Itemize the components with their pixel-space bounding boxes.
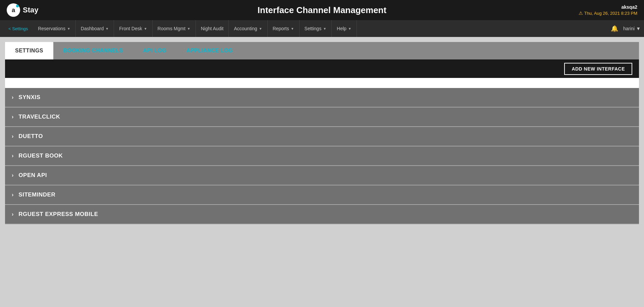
nav-item-help[interactable]: Help ▼ <box>332 20 357 37</box>
white-spacer <box>5 78 639 88</box>
top-right-info: aksqa2 ⚠ Thu, Aug 26, 2021 8:23 PM <box>579 4 637 16</box>
chevron-down-icon: ▼ <box>259 27 262 31</box>
interface-row-duetto[interactable]: › DUETTO <box>5 127 639 146</box>
nav-item-reservations[interactable]: Reservations ▼ <box>33 20 76 37</box>
chevron-right-icon: › <box>12 153 13 159</box>
chevron-down-icon: ▼ <box>67 27 70 31</box>
logo-area: a Stay <box>7 3 38 17</box>
back-link[interactable]: < Settings <box>3 26 33 31</box>
chevron-down-icon: ▼ <box>105 27 109 31</box>
chevron-right-icon: › <box>12 94 13 100</box>
nav-right-area: 🔔 harini ▼ <box>611 25 641 32</box>
chevron-right-icon: › <box>12 133 13 139</box>
logo-text: Stay <box>23 6 38 14</box>
interface-row-rguest-express-mobile[interactable]: › RGUEST EXPRESS MOBILE <box>5 205 639 224</box>
nav-item-roomsmgmt[interactable]: Rooms Mgmt ▼ <box>153 20 196 37</box>
nav-user-menu[interactable]: harini ▼ <box>623 26 641 31</box>
bell-icon[interactable]: 🔔 <box>611 25 618 32</box>
chevron-down-icon: ▼ <box>348 27 352 31</box>
tabs-container: SETTINGS BOOKING CHANNELS API LOG APPLIA… <box>5 42 639 59</box>
chevron-right-icon: › <box>12 211 13 217</box>
nav-item-settings[interactable]: Settings ▼ <box>300 20 332 37</box>
interface-name-duetto: DUETTO <box>18 133 43 140</box>
content-area: SETTINGS BOOKING CHANNELS API LOG APPLIA… <box>0 37 644 307</box>
nav-item-frontdesk[interactable]: Front Desk ▼ <box>114 20 152 37</box>
interface-name-synxis: SYNXIS <box>18 94 40 101</box>
tab-api-log[interactable]: API LOG <box>133 42 176 59</box>
chevron-right-icon: › <box>12 192 13 198</box>
logo-dot <box>16 5 19 7</box>
interface-name-travelclick: TRAVELCLICK <box>18 114 60 120</box>
tab-appliance-log[interactable]: APPLIANCE LOG <box>176 42 243 59</box>
interface-name-siteminder: SITEMINDER <box>18 191 55 198</box>
add-new-interface-button[interactable]: ADD NEW INTERFACE <box>564 63 632 75</box>
chevron-down-icon: ▼ <box>291 27 294 31</box>
nav-item-reports[interactable]: Reports ▼ <box>268 20 300 37</box>
interface-row-travelclick[interactable]: › TRAVELCLICK <box>5 107 639 127</box>
interface-name-open-api: OPEN API <box>18 172 47 179</box>
interface-name-rguest-book: RGUEST BOOK <box>18 152 63 159</box>
interface-name-rguest-express-mobile: RGUEST EXPRESS MOBILE <box>18 211 98 218</box>
nav-item-accounting[interactable]: Accounting ▼ <box>229 20 267 37</box>
interface-row-open-api[interactable]: › OPEN API <box>5 166 639 185</box>
nav-item-nightaudit[interactable]: Night Audit <box>196 20 229 37</box>
warning-icon: ⚠ <box>579 10 583 16</box>
interface-list: › SYNXIS › TRAVELCLICK › DUETTO › RGUEST… <box>5 88 639 224</box>
chevron-down-icon: ▼ <box>144 27 147 31</box>
tab-booking-channels[interactable]: BOOKING CHANNELS <box>53 42 133 59</box>
action-bar: ADD NEW INTERFACE <box>5 59 639 78</box>
username-label: aksqa2 <box>622 4 637 10</box>
datetime-label: ⚠ Thu, Aug 26, 2021 8:23 PM <box>579 10 637 16</box>
interface-row-rguest-book[interactable]: › RGUEST BOOK <box>5 146 639 166</box>
interface-row-siteminder[interactable]: › SITEMINDER <box>5 185 639 205</box>
top-bar: a Stay Interface Channel Management aksq… <box>0 0 644 20</box>
tab-settings[interactable]: SETTINGS <box>5 42 53 59</box>
chevron-right-icon: › <box>12 172 13 178</box>
logo-icon: a <box>7 3 20 17</box>
chevron-down-icon: ▼ <box>323 27 326 31</box>
chevron-down-icon: ▼ <box>187 27 191 31</box>
page-title: Interface Channel Management <box>258 5 386 15</box>
nav-bar: < Settings Reservations ▼ Dashboard ▼ Fr… <box>0 20 644 37</box>
interface-row-synxis[interactable]: › SYNXIS <box>5 88 639 107</box>
nav-item-dashboard[interactable]: Dashboard ▼ <box>76 20 114 37</box>
chevron-right-icon: › <box>12 114 13 120</box>
chevron-down-icon: ▼ <box>636 26 641 31</box>
